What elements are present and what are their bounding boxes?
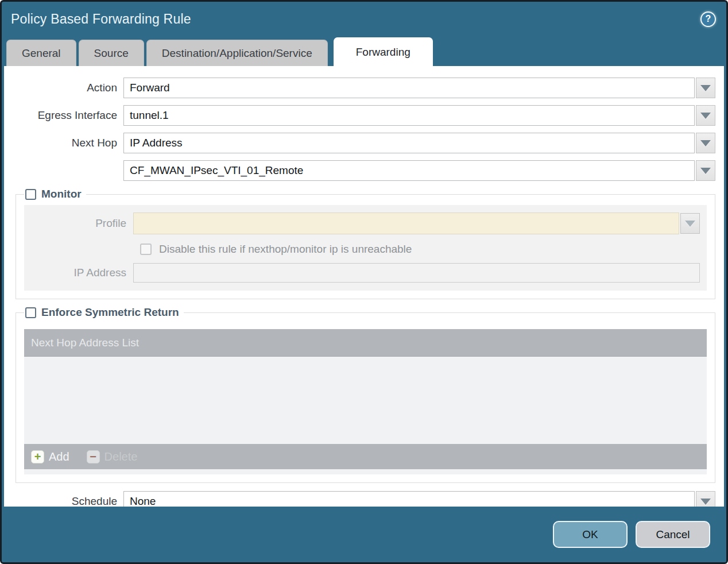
- monitor-checkbox[interactable]: [25, 189, 36, 200]
- monitor-legend-label: Monitor: [41, 188, 82, 200]
- action-label: Action: [7, 82, 123, 94]
- tab-bar: General Source Destination/Application/S…: [2, 36, 726, 66]
- plus-icon: +: [31, 450, 44, 463]
- dialog-footer: OK Cancel: [2, 507, 726, 562]
- disable-rule-row: Disable this rule if nexthop/monitor ip …: [140, 243, 700, 256]
- tab-forwarding[interactable]: Forwarding: [334, 37, 433, 66]
- disable-rule-checkbox: [140, 244, 152, 255]
- disable-rule-label: Disable this rule if nexthop/monitor ip …: [159, 243, 412, 256]
- enforce-symmetric-return-legend: Enforce Symmetric Return: [24, 306, 184, 319]
- action-dropdown-button[interactable]: [696, 78, 715, 98]
- enforce-symmetric-return-section: Enforce Symmetric Return Next Hop Addres…: [16, 306, 715, 483]
- minus-icon: −: [87, 450, 100, 463]
- monitor-section: Monitor Profile Disable this rule if nex…: [16, 188, 715, 299]
- table-header: Next Hop Address List: [24, 329, 707, 357]
- tab-general[interactable]: General: [6, 40, 76, 66]
- egress-interface-dropdown-button[interactable]: [696, 105, 715, 126]
- table-toolbar: + Add − Delete: [24, 444, 707, 469]
- table-body: [24, 357, 707, 444]
- monitor-ip-address-row: IP Address: [31, 263, 700, 283]
- profile-row: Profile: [31, 213, 700, 234]
- profile-dropdown-button: [680, 213, 700, 234]
- schedule-label: Schedule: [7, 495, 123, 507]
- ok-button[interactable]: OK: [553, 521, 628, 548]
- add-button[interactable]: + Add: [31, 450, 69, 463]
- dialog-title: Policy Based Forwarding Rule: [11, 11, 191, 27]
- profile-input: [133, 213, 679, 234]
- table-header-label: Next Hop Address List: [31, 337, 139, 349]
- next-hop-address-dropdown-button[interactable]: [696, 160, 715, 181]
- profile-label: Profile: [31, 217, 133, 230]
- chevron-down-icon: [700, 168, 711, 174]
- chevron-down-icon: [700, 113, 711, 119]
- monitor-ip-address-label: IP Address: [31, 266, 133, 279]
- action-input[interactable]: [123, 78, 695, 98]
- enforce-symmetric-return-label: Enforce Symmetric Return: [41, 306, 179, 319]
- chevron-down-icon: [700, 140, 711, 146]
- chevron-down-icon: [700, 85, 711, 91]
- schedule-dropdown-button[interactable]: [696, 491, 715, 507]
- delete-button: − Delete: [87, 450, 138, 463]
- forwarding-tab-panel: Action Egress Interface Next Hop: [4, 66, 724, 507]
- next-hop-row: Next Hop: [7, 133, 715, 153]
- next-hop-address-row: [7, 160, 715, 181]
- next-hop-address-list-table: Next Hop Address List + Add − Delete: [24, 329, 707, 474]
- chevron-down-icon: [700, 499, 711, 505]
- titlebar: Policy Based Forwarding Rule ?: [2, 2, 726, 36]
- schedule-input[interactable]: [123, 491, 695, 507]
- help-icon[interactable]: ?: [700, 11, 716, 27]
- egress-interface-label: Egress Interface: [7, 109, 123, 122]
- enforce-symmetric-return-checkbox[interactable]: [25, 307, 36, 318]
- policy-based-forwarding-dialog: Policy Based Forwarding Rule ? General S…: [0, 0, 728, 564]
- chevron-down-icon: [685, 221, 695, 227]
- next-hop-label: Next Hop: [7, 137, 123, 149]
- monitor-ip-address-input: [133, 263, 700, 283]
- schedule-row: Schedule: [7, 491, 715, 507]
- cancel-button[interactable]: Cancel: [636, 521, 710, 548]
- next-hop-dropdown-button[interactable]: [696, 133, 715, 153]
- tab-destination-application-service[interactable]: Destination/Application/Service: [146, 40, 328, 66]
- monitor-body: Profile Disable this rule if nexthop/mon…: [24, 205, 707, 291]
- next-hop-address-input[interactable]: [123, 160, 695, 181]
- tab-source[interactable]: Source: [79, 40, 144, 66]
- egress-interface-input[interactable]: [123, 105, 695, 126]
- egress-interface-row: Egress Interface: [7, 105, 715, 126]
- monitor-legend: Monitor: [24, 188, 86, 200]
- delete-button-label: Delete: [104, 450, 138, 463]
- action-row: Action: [7, 78, 715, 98]
- add-button-label: Add: [49, 450, 69, 463]
- next-hop-type-input[interactable]: [123, 133, 695, 153]
